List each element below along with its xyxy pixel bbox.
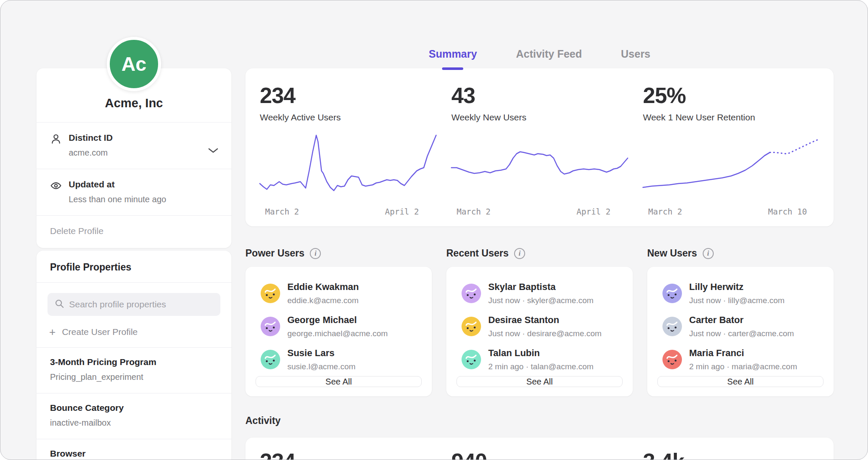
see-all-button[interactable]: See All [256, 376, 422, 387]
user-avatar [462, 350, 481, 369]
x-axis-labels: March 2 March 10 [643, 207, 819, 218]
chevron-down-icon[interactable] [208, 147, 219, 154]
property-row-pricing-program: 3-Month Pricing Program Pricing_plan_exp… [36, 347, 231, 393]
eye-icon [50, 180, 62, 192]
user-row[interactable]: Maria Franci 2 min ago · maria@acme.com [657, 343, 824, 376]
sidebar: Ac Acme, Inc Distinct ID acme.com [36, 0, 231, 460]
profile-properties-search[interactable] [47, 293, 220, 316]
user-meta: Just now · desirare@acme.com [488, 329, 601, 338]
info-icon[interactable]: i [514, 248, 525, 259]
stat-weekly-new-users: 43 Weekly New Users March 2 April 2 [451, 84, 628, 226]
x-axis-labels: March 2 April 2 [451, 207, 628, 218]
create-user-profile-label: Create User Profile [62, 327, 138, 337]
updated-at-row: Updated at Less than one minute ago [36, 169, 231, 215]
user-row[interactable]: George Michael george.michael@acme.com [255, 310, 423, 343]
info-icon[interactable]: i [703, 248, 714, 259]
user-row[interactable]: Eddie Kwakman eddie.k@acme.com [255, 277, 423, 310]
updated-at-value: Less than one minute ago [69, 195, 166, 204]
recent-users-card: Skylar Baptista Just now · skyler@acme.c… [446, 267, 633, 396]
user-avatar [462, 284, 481, 303]
x-axis-end-label: April 2 [385, 207, 419, 216]
property-label: Browser [50, 449, 218, 459]
profile-properties-card: Profile Properties + Create User Profile… [36, 251, 231, 460]
info-icon[interactable]: i [310, 248, 321, 259]
property-label: 3-Month Pricing Program [50, 357, 218, 367]
user-meta: george.michael@acme.com [287, 329, 388, 338]
user-row[interactable]: Desirae Stanton Just now · desirare@acme… [456, 310, 623, 343]
activity-title: Activity [245, 415, 834, 427]
updated-at-label: Updated at [69, 179, 166, 190]
new-users-section: New Users i Lilly Herwitz Just now · lil… [647, 248, 834, 396]
property-value: inactive-mailbox [50, 418, 218, 428]
user-name: Susie Lars [287, 348, 356, 359]
week1-retention-chart [643, 134, 819, 198]
user-name: Lilly Herwitz [689, 282, 785, 293]
user-avatar [261, 284, 280, 303]
stat-label: Weekly Active Users [260, 112, 436, 122]
user-row[interactable]: Lilly Herwitz Just now · lilly@acme.com [657, 277, 824, 310]
distinct-id-value: acme.com [69, 148, 113, 158]
tab-bar: Summary Activity Feed Users [245, 0, 834, 61]
user-name: George Michael [287, 315, 388, 326]
user-row[interactable]: Talan Lubin 2 min ago · talan@acme.com [456, 343, 623, 376]
property-row-browser: Browser Chrome [36, 439, 231, 460]
search-icon [54, 298, 64, 310]
stat-weekly-active-users: 234 Weekly Active Users March 2 April 2 [260, 84, 436, 226]
user-avatar [662, 350, 682, 369]
user-lists-row: Power Users i Eddie Kwakman eddie.k@acme… [245, 248, 834, 396]
stat-label: Week 1 New User Retention [643, 112, 819, 122]
tab-activity-feed[interactable]: Activity Feed [516, 48, 582, 61]
x-axis-labels: March 2 April 2 [260, 207, 436, 218]
person-icon [50, 133, 62, 145]
user-name: Eddie Kwakman [287, 282, 359, 293]
activity-stat-value: 940 [451, 450, 628, 460]
recent-users-header: Recent Users i [446, 248, 633, 259]
new-users-header: New Users i [647, 248, 834, 259]
activity-card: 234 940 3.4k [245, 438, 834, 460]
distinct-id-label: Distinct ID [69, 133, 113, 143]
identity-card: Acme, Inc Distinct ID acme.com [36, 68, 231, 248]
see-all-button[interactable]: See All [657, 376, 823, 387]
user-avatar [662, 317, 682, 336]
profile-dashboard: Ac Acme, Inc Distinct ID acme.com [0, 0, 868, 460]
create-user-profile-button[interactable]: + Create User Profile [49, 327, 220, 337]
x-axis-start-label: March 2 [456, 207, 490, 216]
user-row[interactable]: Skylar Baptista Just now · skyler@acme.c… [456, 277, 623, 310]
see-all-button[interactable]: See All [456, 376, 623, 387]
section-title: Power Users [245, 248, 304, 259]
company-avatar: Ac [107, 37, 161, 91]
user-row[interactable]: Carter Bator Just now · carter@acme.com [657, 310, 824, 343]
plus-icon: + [49, 328, 56, 336]
company-avatar-initials: Ac [122, 53, 147, 75]
company-name: Acme, Inc [45, 96, 223, 110]
user-meta: Just now · skyler@acme.com [488, 296, 593, 305]
recent-users-section: Recent Users i Skylar Baptista Just now … [446, 248, 633, 396]
new-users-card: Lilly Herwitz Just now · lilly@acme.com … [647, 267, 834, 396]
section-title: Recent Users [446, 248, 509, 259]
weekly-active-users-chart [260, 134, 436, 198]
power-users-header: Power Users i [245, 248, 432, 259]
weekly-new-users-chart [451, 134, 628, 198]
user-name: Maria Franci [689, 348, 797, 359]
summary-stats-card: 234 Weekly Active Users March 2 April 2 … [245, 68, 834, 226]
user-row[interactable]: Susie Lars susie.l@acme.com [255, 343, 423, 376]
stat-week1-retention: 25% Week 1 New User Retention March 2 Ma… [643, 84, 819, 226]
tab-summary[interactable]: Summary [428, 48, 477, 61]
user-name: Skylar Baptista [488, 282, 593, 293]
delete-profile-button[interactable]: Delete Profile [36, 215, 231, 248]
user-meta: Just now · lilly@acme.com [689, 296, 785, 305]
user-meta: eddie.k@acme.com [287, 296, 359, 305]
stat-label: Weekly New Users [451, 112, 628, 122]
user-name: Talan Lubin [488, 348, 593, 359]
user-avatar [261, 350, 280, 369]
power-users-section: Power Users i Eddie Kwakman eddie.k@acme… [245, 248, 432, 396]
section-title: New Users [647, 248, 697, 259]
distinct-id-row[interactable]: Distinct ID acme.com [36, 122, 231, 169]
stat-value: 25% [643, 84, 819, 106]
user-name: Desirae Stanton [488, 315, 601, 326]
activity-stat-value: 3.4k [643, 450, 819, 460]
search-input[interactable] [69, 299, 214, 309]
user-name: Carter Bator [689, 315, 794, 326]
x-axis-end-label: March 10 [768, 207, 807, 216]
tab-users[interactable]: Users [621, 48, 651, 61]
